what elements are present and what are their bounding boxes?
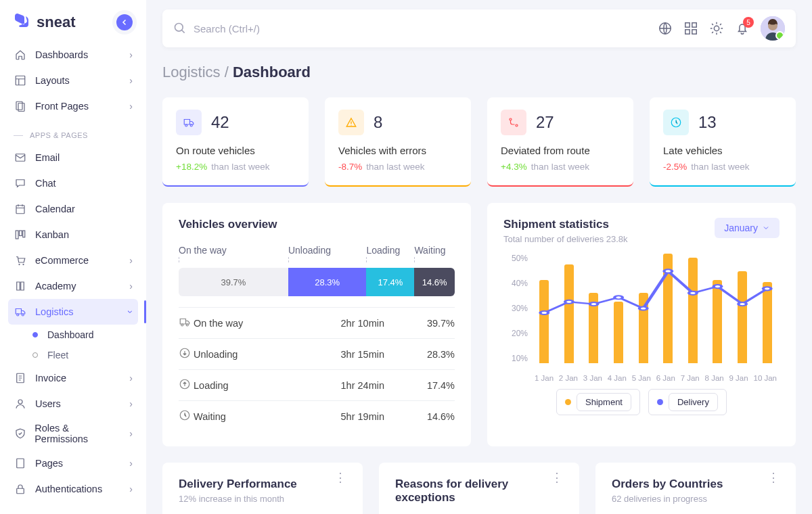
- sidebar-item-logistics[interactable]: Logistics›: [8, 299, 138, 325]
- svg-rect-7: [23, 231, 25, 237]
- overview-row: Loading1hr 24min17.4%: [179, 369, 455, 400]
- sidebar-sub-fleet[interactable]: Fleet: [0, 345, 146, 365]
- warning-icon: [338, 110, 364, 135]
- book-icon: [14, 279, 27, 293]
- stat-value: 42: [211, 113, 229, 132]
- stat-card: 8Vehicles with errors-8.7%than last week: [325, 97, 471, 187]
- sidebar-item-invoice[interactable]: Invoice›: [0, 365, 146, 391]
- svg-point-26: [190, 124, 192, 126]
- search-icon: [173, 22, 187, 35]
- stat-label: Vehicles with errors: [338, 145, 457, 156]
- segment-bar-part: 28.3%: [288, 268, 366, 296]
- svg-point-39: [639, 306, 648, 310]
- segment-label: Loading: [366, 245, 414, 256]
- stat-label: Late vehicles: [663, 145, 782, 156]
- sidebar-item-pages[interactable]: Pages›: [0, 450, 146, 476]
- sidebar-item-front-pages[interactable]: Front Pages›: [0, 93, 146, 119]
- language-icon[interactable]: [658, 21, 673, 36]
- vehicles-overview-card: Vehicles overview On the wayUnloadingLoa…: [162, 203, 471, 446]
- kanban-icon: [14, 228, 27, 241]
- dot-icon: [32, 352, 38, 358]
- month-select-button[interactable]: January: [715, 218, 780, 238]
- chevron-right-icon: ›: [126, 310, 137, 314]
- svg-point-44: [763, 287, 771, 290]
- chat-icon: [14, 177, 27, 190]
- chevron-right-icon: ›: [129, 281, 133, 291]
- sidebar-item-layouts[interactable]: Layouts›: [0, 68, 146, 93]
- chevron-right-icon: ›: [129, 484, 133, 494]
- sidebar-item-email[interactable]: Email: [0, 145, 146, 170]
- main-content: Search (Ctrl+/) 5 Logistics / Dashboard …: [146, 0, 812, 514]
- truck-icon: [179, 316, 194, 330]
- dot-icon: [32, 332, 38, 337]
- chevron-right-icon: ›: [129, 101, 133, 112]
- legend-shipment: Shipment: [556, 389, 640, 415]
- search-input[interactable]: Search (Ctrl+/): [173, 22, 658, 35]
- sidebar-item-calendar[interactable]: Calendar: [0, 196, 146, 222]
- sidebar-item-ecommerce[interactable]: eCommerce›: [0, 248, 146, 273]
- svg-rect-5: [16, 231, 18, 239]
- segment-bar-part: 17.4%: [366, 268, 414, 296]
- svg-point-11: [22, 314, 24, 316]
- svg-rect-20: [685, 30, 690, 34]
- segment-label: On the way: [179, 245, 288, 256]
- clock-icon: [663, 110, 689, 135]
- mail-icon: [14, 151, 27, 164]
- svg-point-38: [614, 296, 623, 299]
- svg-rect-3: [16, 154, 25, 162]
- svg-point-40: [664, 269, 672, 273]
- avatar[interactable]: [761, 16, 785, 41]
- unload-icon: [179, 347, 194, 361]
- svg-point-31: [186, 324, 188, 326]
- svg-rect-14: [17, 459, 24, 468]
- svg-point-16: [175, 24, 183, 32]
- sidebar-item-dashboards[interactable]: Dashboards›: [0, 42, 146, 68]
- chevron-right-icon: ›: [129, 255, 133, 266]
- calendar-icon: [14, 202, 27, 216]
- brand-name: sneat: [37, 14, 75, 31]
- delivery-performance-title: Delivery Performance: [179, 477, 297, 491]
- chevron-right-icon: ›: [129, 49, 133, 60]
- theme-icon[interactable]: [709, 21, 724, 36]
- overview-row: Unloading3hr 15min28.3%: [179, 338, 455, 369]
- svg-point-35: [540, 311, 548, 314]
- sidebar-sub-dashboard[interactable]: Dashboard: [0, 325, 146, 345]
- chevron-right-icon: ›: [129, 458, 133, 469]
- sidebar-item-academy[interactable]: Academy›: [0, 273, 146, 299]
- notifications-icon[interactable]: 5: [735, 21, 750, 36]
- chart-legend: Shipment Delivery: [503, 389, 780, 415]
- shipment-stats-subtitle: Total number of deliveries 23.8k: [503, 234, 628, 244]
- shipment-chart: 50%40%30%20%10% 1 Jan2 Jan3 Jan4 Jan5 Ja…: [503, 254, 780, 382]
- svg-rect-18: [685, 23, 690, 27]
- sidebar-item-kanban[interactable]: Kanban: [0, 222, 146, 248]
- search-placeholder: Search (Ctrl+/): [194, 23, 260, 34]
- svg-point-25: [185, 124, 187, 126]
- load-icon: [179, 378, 194, 392]
- sidebar-item-users[interactable]: Users›: [0, 391, 146, 417]
- brand-logo[interactable]: sneat: [14, 12, 75, 32]
- cart-icon: [14, 254, 27, 267]
- legend-delivery: Delivery: [648, 389, 727, 415]
- orders-subtitle: 62 deliveries in progress: [612, 494, 723, 504]
- segment-label: Unloading: [288, 245, 366, 256]
- wait-icon: [179, 409, 194, 423]
- overview-row: On the way2hr 10min39.7%: [179, 307, 455, 338]
- truck-icon: [176, 110, 202, 135]
- sidebar-item-authentications[interactable]: Authentications›: [0, 476, 146, 502]
- pages-icon: [14, 99, 27, 113]
- sidebar-item-roles-permissions[interactable]: Roles & Permissions›: [0, 417, 146, 450]
- collapse-sidebar-button[interactable]: [116, 14, 133, 30]
- invoice-icon: [14, 371, 27, 385]
- segment-bar-part: 14.6%: [414, 268, 455, 296]
- stat-delta: +4.3%: [501, 162, 527, 172]
- apps-grid-icon[interactable]: [683, 21, 698, 36]
- logo-mark-icon: [14, 12, 30, 32]
- sidebar: sneat Dashboards›Layouts›Front Pages› AP…: [0, 0, 146, 514]
- sidebar-item-chat[interactable]: Chat: [0, 170, 146, 196]
- stat-value: 8: [374, 113, 382, 132]
- svg-rect-15: [17, 488, 24, 494]
- stat-value: 13: [698, 113, 717, 132]
- svg-point-41: [689, 291, 697, 295]
- route-icon: [501, 110, 526, 135]
- breadcrumb-parent[interactable]: Logistics: [162, 64, 221, 80]
